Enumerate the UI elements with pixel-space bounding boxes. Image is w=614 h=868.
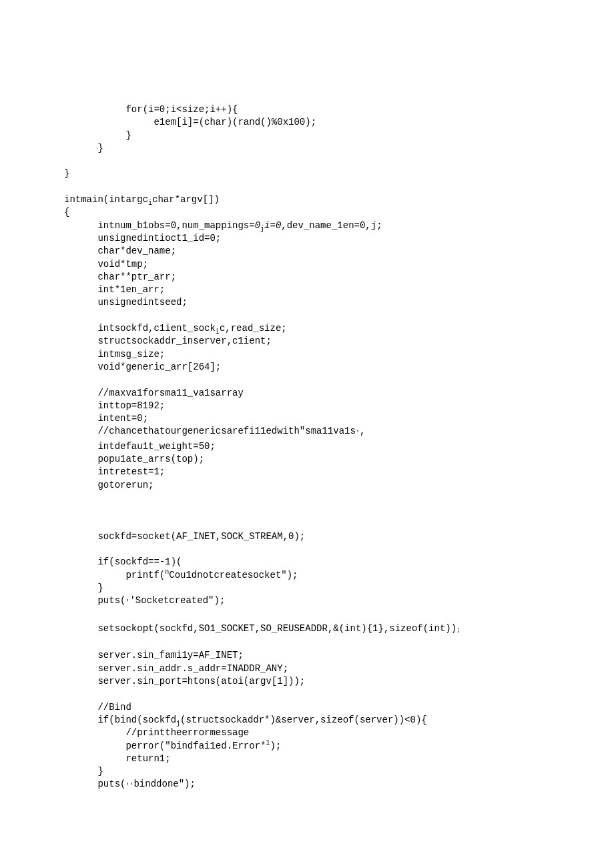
code-line: } (64, 765, 574, 778)
code-line: intent=0; (64, 412, 574, 425)
code-line: char*dev_name; (64, 245, 574, 258)
code-line: //maxva1forsma11_va1sarray (64, 387, 574, 400)
code-line (64, 310, 574, 322)
code-line: intmsg_size; (64, 348, 574, 361)
code-line (64, 155, 574, 167)
code-line (64, 636, 574, 649)
code-line: return1; (64, 753, 574, 765)
code-line: { (64, 206, 574, 219)
code-line: inttop=8192; (64, 400, 574, 412)
code-line: //chancethatourgenericsarefi11edwith"sma… (64, 425, 574, 440)
code-line: //printtheerrormessage (64, 727, 574, 739)
code-line (64, 374, 574, 386)
code-line (64, 543, 574, 556)
code-line: setsockopt(sockfd,SO1_SOCKET,SO_REUSEADD… (64, 622, 574, 636)
code-line: gotorerun; (64, 479, 574, 492)
code-line: perror("bindfai1ed.Error*1); (64, 740, 574, 753)
code-line: void*generic_arr[264]; (64, 361, 574, 374)
code-line: unsignedintseed; (64, 296, 574, 309)
code-line: } (64, 582, 574, 594)
code-line: } (64, 129, 574, 142)
code-line: intmain(intargcichar*argv[]) (64, 193, 574, 206)
code-line: int*1en_arr; (64, 284, 574, 296)
code-line: e1em[i]=(char)(rand()%0x100); (64, 116, 574, 129)
code-line: } (64, 142, 574, 155)
code-line: //Bind (64, 701, 574, 714)
code-line (64, 518, 574, 530)
code-line: intnum_b1obs=0,num_mappings=0ji=0,dev_na… (64, 220, 574, 232)
code-line: structsockaddr_inserver,c1ient; (64, 335, 574, 348)
code-line (64, 610, 574, 622)
code-line: intretest=1; (64, 466, 574, 478)
code-line: } (64, 167, 574, 180)
code-line (64, 688, 574, 701)
code-line: intdefau1t_weight=50; (64, 440, 574, 453)
code-line: sockfd=socket(AF_INET,SOCK_STREAM,0); (64, 530, 574, 543)
code-line (64, 492, 574, 504)
code-line: if(sockfd==-1)( (64, 556, 574, 568)
code-line: printf(nCou1dnotcreatesocket"); (64, 569, 574, 582)
code-line: char**ptr_arr; (64, 271, 574, 284)
code-line: for(i=0;i<size;i++){ (64, 103, 574, 116)
code-line: puts(''Socketcreated"); (64, 594, 574, 609)
code-line: server.sin_addr.s_addr=INADDR_ANY; (64, 663, 574, 675)
code-line: unsignedintioct1_id=0; (64, 232, 574, 245)
code-line: server.sin_port=htons(atoi(argv[1])); (64, 675, 574, 688)
code-line: intsockfd,c1ient_sockic,read_size; (64, 322, 574, 335)
code-block: for(i=0;i<size;i++){ e1em[i]=(char)(rand… (0, 0, 614, 793)
code-line (64, 504, 574, 517)
code-line: server.sin_fami1y=AF_INET; (64, 649, 574, 662)
code-line: puts(''binddone"); (64, 778, 574, 793)
code-line (64, 181, 574, 193)
code-line: popu1ate_arrs(top); (64, 453, 574, 466)
code-line: void*tmp; (64, 258, 574, 271)
code-line: if(bind(sockfdj(structsockaddr*)&server,… (64, 714, 574, 727)
